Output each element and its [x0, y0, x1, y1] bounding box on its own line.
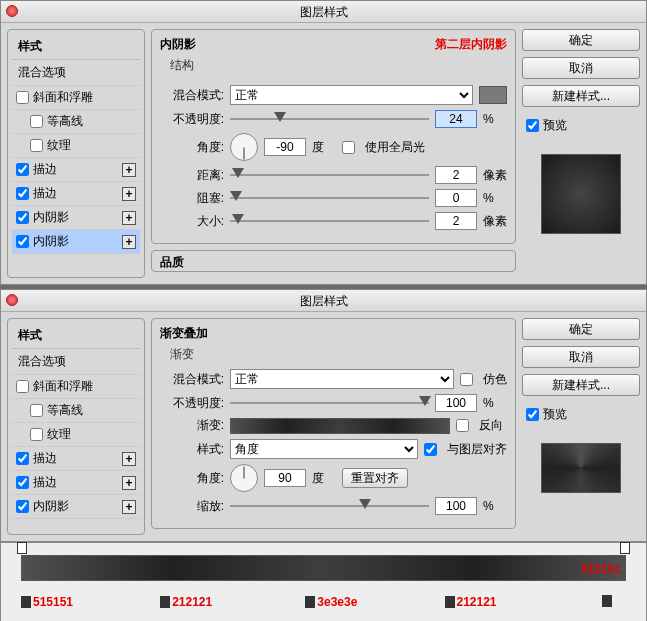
plus-icon[interactable]: +	[122, 235, 136, 249]
checkbox[interactable]	[16, 476, 29, 489]
stop-swatch-icon	[602, 595, 612, 607]
effect-inner-shadow[interactable]: 内阴影+	[12, 495, 140, 519]
effect-contour[interactable]: 等高线	[12, 110, 140, 134]
color-stop[interactable]: 212121	[160, 595, 212, 609]
checkbox[interactable]	[16, 380, 29, 393]
style-select[interactable]: 角度	[230, 439, 418, 459]
preview-checkbox[interactable]	[526, 408, 539, 421]
opacity-input[interactable]	[435, 110, 477, 128]
opacity-slider[interactable]	[230, 112, 429, 126]
plus-icon[interactable]: +	[122, 476, 136, 490]
effect-bevel[interactable]: 斜面和浮雕	[12, 86, 140, 110]
settings-panel: 内阴影 结构 第二层内阴影 混合模式: 正常 不透明度: %	[151, 29, 516, 278]
checkbox[interactable]	[16, 187, 29, 200]
plus-icon[interactable]: +	[122, 163, 136, 177]
blend-mode-select[interactable]: 正常	[230, 85, 473, 105]
blend-options-link[interactable]: 混合选项	[12, 349, 140, 375]
dialog-buttons: 确定 取消 新建样式... 预览	[522, 318, 640, 535]
ok-button[interactable]: 确定	[522, 29, 640, 51]
title-bar: 图层样式	[1, 290, 646, 312]
percent-unit: %	[483, 499, 507, 513]
effect-label: 斜面和浮雕	[33, 378, 93, 395]
blend-options-link[interactable]: 混合选项	[12, 60, 140, 86]
effect-label: 内阴影	[33, 209, 69, 226]
reset-align-button[interactable]: 重置对齐	[342, 468, 408, 488]
checkbox[interactable]	[16, 211, 29, 224]
color-stop[interactable]: 212121	[445, 595, 497, 609]
plus-icon[interactable]: +	[122, 452, 136, 466]
quality-label: 品质	[160, 255, 184, 269]
effect-stroke[interactable]: 描边+	[12, 471, 140, 495]
angle-input[interactable]	[264, 469, 306, 487]
effect-texture[interactable]: 纹理	[12, 134, 140, 158]
dither-checkbox[interactable]	[460, 373, 473, 386]
angle-dial[interactable]	[230, 464, 258, 492]
effect-stroke[interactable]: 描边+	[12, 447, 140, 471]
ok-button[interactable]: 确定	[522, 318, 640, 340]
choke-slider[interactable]	[230, 191, 429, 205]
settings-panel: 渐变叠加 渐变 混合模式: 正常 仿色 不透明度: % 渐变: 反向	[151, 318, 516, 535]
opacity-slider[interactable]	[230, 396, 429, 410]
checkbox[interactable]	[30, 115, 43, 128]
scale-slider[interactable]	[230, 499, 429, 513]
opacity-input[interactable]	[435, 394, 477, 412]
plus-icon[interactable]: +	[122, 211, 136, 225]
distance-input[interactable]	[435, 166, 477, 184]
color-stop[interactable]: 3e3e3e	[305, 595, 357, 609]
align-checkbox[interactable]	[424, 443, 437, 456]
checkbox[interactable]	[16, 163, 29, 176]
checkbox[interactable]	[16, 500, 29, 513]
reverse-checkbox[interactable]	[456, 419, 469, 432]
effect-contour[interactable]: 等高线	[12, 399, 140, 423]
opacity-stop[interactable]	[17, 542, 27, 554]
size-input[interactable]	[435, 212, 477, 230]
close-icon[interactable]	[6, 5, 18, 17]
angle-input[interactable]	[264, 138, 306, 156]
blend-mode-label: 混合模式:	[160, 371, 224, 388]
cancel-button[interactable]: 取消	[522, 57, 640, 79]
global-light-checkbox[interactable]	[342, 141, 355, 154]
gradient-preview[interactable]	[230, 418, 450, 434]
effects-list: 样式 混合选项 斜面和浮雕 等高线 纹理 描边+ 描边+ 内阴影+ 内阴影+	[7, 29, 145, 278]
stop-hex-overlay: 515151	[581, 562, 621, 576]
effect-inner-shadow-selected[interactable]: 内阴影+	[12, 230, 140, 254]
plus-icon[interactable]: +	[122, 187, 136, 201]
gradient-bar[interactable]: 515151	[21, 555, 626, 581]
blend-mode-select[interactable]: 正常	[230, 369, 454, 389]
effect-bevel[interactable]: 斜面和浮雕	[12, 375, 140, 399]
styles-header[interactable]: 样式	[12, 34, 140, 60]
plus-icon[interactable]: +	[122, 500, 136, 514]
color-stop[interactable]: 515151	[21, 595, 73, 609]
effect-stroke[interactable]: 描边+	[12, 158, 140, 182]
preview-row: 预览	[522, 402, 640, 427]
new-style-button[interactable]: 新建样式...	[522, 374, 640, 396]
effect-texture[interactable]: 纹理	[12, 423, 140, 447]
color-stop[interactable]	[602, 595, 612, 607]
preview-checkbox[interactable]	[526, 119, 539, 132]
color-swatch[interactable]	[479, 86, 507, 104]
angle-dial[interactable]	[230, 133, 258, 161]
checkbox[interactable]	[30, 139, 43, 152]
checkbox[interactable]	[16, 235, 29, 248]
size-slider[interactable]	[230, 214, 429, 228]
styles-header[interactable]: 样式	[12, 323, 140, 349]
close-icon[interactable]	[6, 294, 18, 306]
effect-label: 描边	[33, 450, 57, 467]
checkbox[interactable]	[16, 91, 29, 104]
scale-input[interactable]	[435, 497, 477, 515]
checkbox[interactable]	[16, 452, 29, 465]
checkbox[interactable]	[30, 404, 43, 417]
choke-input[interactable]	[435, 189, 477, 207]
effect-stroke[interactable]: 描边+	[12, 182, 140, 206]
gradient-overlay-fieldset: 渐变叠加 渐变 混合模式: 正常 仿色 不透明度: % 渐变: 反向	[151, 318, 516, 529]
effect-inner-shadow[interactable]: 内阴影+	[12, 206, 140, 230]
new-style-button[interactable]: 新建样式...	[522, 85, 640, 107]
global-light-label: 使用全局光	[365, 139, 425, 156]
effect-label: 内阴影	[33, 498, 69, 515]
px-unit: 像素	[483, 213, 507, 230]
cancel-button[interactable]: 取消	[522, 346, 640, 368]
opacity-stop[interactable]	[620, 542, 630, 554]
distance-slider[interactable]	[230, 168, 429, 182]
checkbox[interactable]	[30, 428, 43, 441]
preview-swatch	[541, 443, 621, 493]
